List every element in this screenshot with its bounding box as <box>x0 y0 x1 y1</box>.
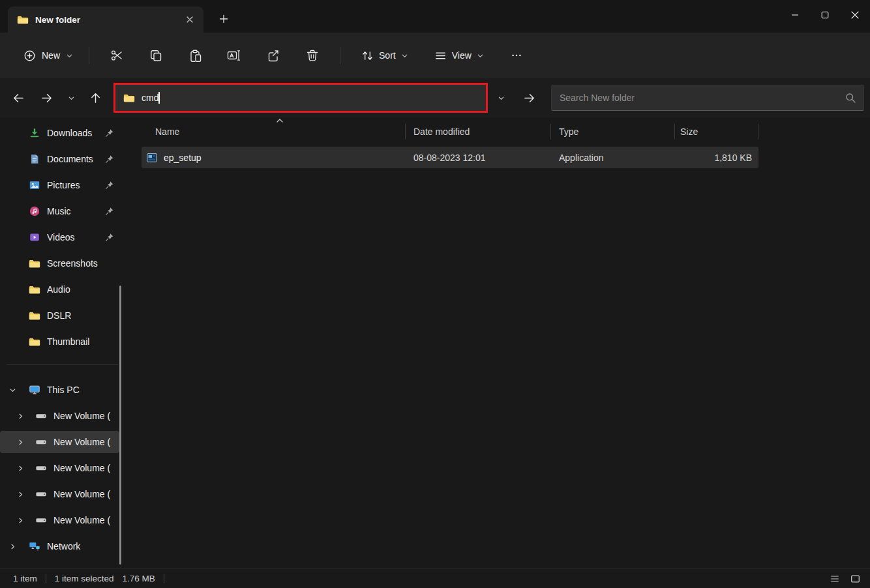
new-button[interactable]: New <box>16 44 81 68</box>
paste-button[interactable] <box>182 42 208 68</box>
sidebar-item-network[interactable]: Network <box>0 535 119 557</box>
sidebar-item-dslr[interactable]: DSLR <box>0 304 119 327</box>
cut-button[interactable] <box>104 42 130 68</box>
sidebar-item-new-volume-1[interactable]: New Volume ( <box>0 405 119 427</box>
tab-title: New folder <box>35 15 175 25</box>
copy-button[interactable] <box>143 42 169 68</box>
sidebar-item-videos[interactable]: Videos <box>0 226 119 248</box>
explorer-body: Downloads Documents Pictures <box>0 117 870 568</box>
sort-button[interactable]: Sort <box>354 44 415 68</box>
chevron-down-icon <box>66 52 73 59</box>
details-view-icon <box>830 574 840 584</box>
details-view-button[interactable] <box>826 571 843 587</box>
sidebar-item-new-volume-2-selected[interactable]: New Volume ( <box>0 431 119 453</box>
arrow-right-icon <box>40 92 53 104</box>
drive-icon <box>35 410 47 422</box>
more-options-button[interactable] <box>503 42 530 68</box>
maximize-button[interactable] <box>810 0 840 30</box>
sidebar-item-this-pc[interactable]: This PC <box>0 379 119 401</box>
toolbar-separator <box>89 47 89 64</box>
address-dropdown-button[interactable] <box>492 89 509 107</box>
sidebar-item-label: Videos <box>47 232 105 243</box>
view-button[interactable]: View <box>427 44 491 68</box>
folder-icon <box>29 337 40 347</box>
sidebar-item-screenshots[interactable]: Screenshots <box>0 252 119 274</box>
sidebar-item-new-volume-5[interactable]: New Volume ( <box>0 509 119 531</box>
column-header-size[interactable]: Size <box>675 124 758 140</box>
pin-icon <box>105 154 114 164</box>
sidebar-item-pictures[interactable]: Pictures <box>0 174 119 196</box>
arrow-right-icon <box>523 92 535 104</box>
sidebar-item-label: New Volume ( <box>53 463 119 473</box>
forward-button[interactable] <box>35 86 58 110</box>
copy-icon <box>149 49 162 62</box>
new-button-label: New <box>42 50 60 61</box>
view-toggles <box>826 571 863 587</box>
drive-icon <box>35 488 47 500</box>
file-type: Application <box>551 153 675 163</box>
share-button[interactable] <box>260 42 286 68</box>
file-row-ep-setup[interactable]: ep_setup 08-08-2023 12:01 Application 1,… <box>142 147 758 168</box>
view-button-label: View <box>452 50 472 61</box>
sidebar-item-label: This PC <box>47 385 119 395</box>
column-header-type[interactable]: Type <box>551 124 675 140</box>
command-toolbar: New <box>0 33 870 78</box>
search-box[interactable] <box>551 85 864 111</box>
videos-icon <box>29 231 40 243</box>
scissors-cut-icon <box>110 49 123 62</box>
sort-button-label: Sort <box>379 50 396 61</box>
go-to-button[interactable] <box>516 86 542 110</box>
plus-circle-icon <box>23 50 36 62</box>
window-controls <box>780 0 870 30</box>
sidebar-item-label: New Volume ( <box>53 515 119 525</box>
chevron-down-icon <box>401 52 408 59</box>
sidebar-item-thumbnail[interactable]: Thumbnail <box>0 331 119 353</box>
new-tab-button[interactable] <box>214 9 233 29</box>
sidebar-item-downloads[interactable]: Downloads <box>0 122 119 144</box>
sidebar-scrollbar[interactable] <box>119 286 121 565</box>
sidebar-item-music[interactable]: Music <box>0 200 119 222</box>
chevron-right-icon[interactable] <box>17 517 25 524</box>
chevron-right-icon[interactable] <box>9 543 17 550</box>
drive-icon <box>35 436 47 448</box>
chevron-down-icon <box>498 95 505 102</box>
sort-ascending-icon <box>276 117 284 124</box>
chevron-down-icon[interactable] <box>9 387 17 394</box>
sort-arrows-icon <box>361 50 374 62</box>
this-pc-icon <box>29 384 40 396</box>
close-button[interactable] <box>840 0 870 30</box>
chevron-right-icon[interactable] <box>17 465 25 472</box>
file-size: 1,810 KB <box>675 153 758 163</box>
back-button[interactable] <box>7 86 30 110</box>
sidebar-item-audio[interactable]: Audio <box>0 278 119 301</box>
chevron-right-icon[interactable] <box>17 491 25 498</box>
chevron-right-icon[interactable] <box>17 413 25 420</box>
sidebar-item-documents[interactable]: Documents <box>0 148 119 170</box>
address-bar[interactable]: cmd <box>115 85 486 111</box>
recent-locations-button[interactable] <box>63 86 80 110</box>
column-header-date-modified[interactable]: Date modified <box>406 124 551 140</box>
sidebar-item-label: New Volume ( <box>53 489 119 499</box>
rename-icon <box>227 49 241 62</box>
up-button[interactable] <box>83 86 107 110</box>
rename-button[interactable] <box>221 42 247 68</box>
music-icon <box>29 205 40 217</box>
folder-icon <box>29 285 40 295</box>
navigation-pane: Downloads Documents Pictures <box>0 117 127 568</box>
application-file-icon <box>146 152 158 164</box>
pin-icon <box>105 128 114 138</box>
sidebar-item-new-volume-3[interactable]: New Volume ( <box>0 457 119 479</box>
delete-button[interactable] <box>299 42 325 68</box>
thumbnail-view-button[interactable] <box>847 571 863 587</box>
tab-new-folder[interactable]: New folder <box>8 7 203 33</box>
column-header-name[interactable]: Name <box>142 124 406 140</box>
tab-close-button[interactable] <box>181 11 198 28</box>
search-input[interactable] <box>560 93 840 103</box>
sidebar-item-label: Thumbnail <box>47 336 119 347</box>
pictures-icon <box>29 179 40 191</box>
minimize-button[interactable] <box>780 0 810 30</box>
drive-icon <box>35 462 47 474</box>
chevron-right-icon[interactable] <box>17 439 25 446</box>
sidebar-item-new-volume-4[interactable]: New Volume ( <box>0 483 119 505</box>
pin-icon <box>105 181 114 190</box>
